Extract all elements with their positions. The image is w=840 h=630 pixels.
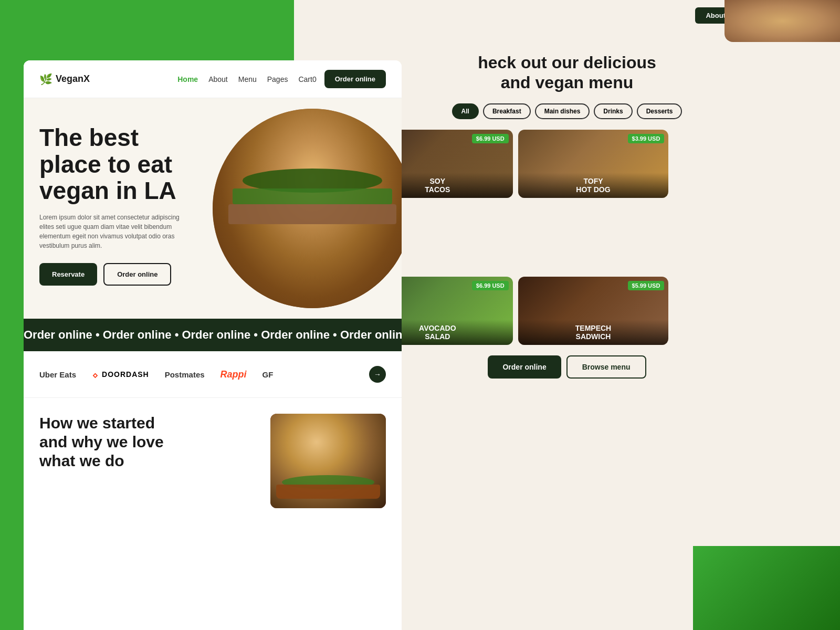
- logo: 🌿 VeganX: [39, 73, 90, 86]
- cart-count: 0: [312, 75, 317, 83]
- price-badge-sandwich: $5.99 USD: [628, 281, 665, 290]
- partner-rappi: Rappi: [220, 369, 247, 380]
- about-headline: How we started and why we love what we d…: [39, 414, 260, 470]
- doordash-icon: ⬦: [92, 369, 99, 381]
- back-bottom-green: [693, 546, 840, 630]
- nav-menu[interactable]: Menu: [238, 75, 257, 83]
- hero-food-image: [213, 109, 402, 308]
- cart-link[interactable]: Cart0: [298, 75, 316, 83]
- hero-line3: vegan in LA: [39, 177, 176, 204]
- veggie-layer: [233, 188, 392, 204]
- about-section: How we started and why we love what we d…: [24, 398, 402, 524]
- hero-buttons: Reservate Order online: [39, 263, 186, 286]
- bun-bottom-visual: [276, 485, 380, 499]
- order-online-nav-button[interactable]: Order online: [324, 70, 386, 88]
- patty-layer: [228, 204, 396, 224]
- filter-breakfast[interactable]: Breakfast: [483, 103, 531, 119]
- partner-doordash: ⬦ DOORDASH: [92, 369, 149, 381]
- navbar: 🌿 VeganX Home About Menu Pages Cart0 Ord…: [24, 60, 402, 98]
- filter-main-dishes[interactable]: Main dishes: [535, 103, 590, 119]
- item-overlay-sandwich: TEMPECHSADWICH: [518, 320, 669, 345]
- menu-title-line1: heck out our delicious: [478, 53, 656, 72]
- price-badge-salad: $6.99 USD: [472, 281, 509, 290]
- filter-all[interactable]: All: [452, 103, 479, 119]
- cart-label: Cart: [298, 75, 312, 83]
- sandwich-visual: [270, 414, 386, 508]
- reservate-button[interactable]: Reservate: [39, 263, 97, 286]
- about-food-image: [270, 414, 386, 508]
- partners-arrow-button[interactable]: →: [369, 366, 386, 383]
- filter-drinks[interactable]: Drinks: [594, 103, 632, 119]
- partner-ubereats: Uber Eats: [39, 370, 76, 379]
- order-online-hero-button[interactable]: Order online: [103, 263, 171, 286]
- menu-title-line2: and vegan menu: [501, 73, 634, 92]
- item-name-sandwich: TEMPECHSADWICH: [523, 324, 664, 341]
- about-line2: and why we love: [39, 433, 164, 450]
- browse-menu-button-back[interactable]: Browse menu: [566, 355, 646, 379]
- hero-section: The best place to eat vegan in LA Lorem …: [24, 98, 402, 319]
- price-badge-hotdog: $3.99 USD: [628, 134, 665, 143]
- logo-text: VeganX: [56, 74, 90, 85]
- hero-line1: The best: [39, 124, 139, 151]
- partner-postmates: Postmates: [165, 370, 205, 379]
- hero-description: Lorem ipsum dolor sit amet consectetur a…: [39, 213, 186, 250]
- order-banner: Order online • Order online • Order onli…: [24, 319, 402, 351]
- menu-item-hotdog[interactable]: $3.99 USD TOFYHOT DOG: [518, 130, 669, 198]
- item-name-hotdog: TOFYHOT DOG: [523, 177, 664, 194]
- front-card: 🌿 VeganX Home About Menu Pages Cart0 Ord…: [24, 60, 402, 630]
- nav-links: Home About Menu Pages: [177, 75, 288, 83]
- item-overlay-hotdog: TOFYHOT DOG: [518, 173, 669, 198]
- hero-headline: The best place to eat vegan in LA: [39, 124, 186, 204]
- hero-line2: place to eat: [39, 151, 172, 178]
- nav-about[interactable]: About: [208, 75, 228, 83]
- menu-item-sandwich[interactable]: $5.99 USD TEMPECHSADWICH: [518, 277, 669, 345]
- partner-gf: GF: [262, 370, 274, 379]
- about-text: How we started and why we love what we d…: [39, 414, 260, 508]
- hero-text: The best place to eat vegan in LA Lorem …: [39, 124, 186, 286]
- burger-bg: [213, 109, 402, 308]
- partners-section: Uber Eats ⬦ DOORDASH Postmates Rappi GF …: [24, 351, 402, 398]
- doordash-name: DOORDASH: [102, 370, 149, 379]
- filter-desserts[interactable]: Desserts: [637, 103, 682, 119]
- nav-pages[interactable]: Pages: [267, 75, 288, 83]
- about-line3: what we do: [39, 452, 124, 469]
- nav-home[interactable]: Home: [177, 75, 198, 83]
- logo-leaf-icon: 🌿: [39, 73, 52, 86]
- about-line1: How we started: [39, 414, 155, 432]
- banner-text: Order online • Order online • Order onli…: [24, 328, 402, 342]
- order-online-button-back[interactable]: Order online: [488, 355, 561, 379]
- price-badge-tacos: $6.99 USD: [472, 134, 509, 143]
